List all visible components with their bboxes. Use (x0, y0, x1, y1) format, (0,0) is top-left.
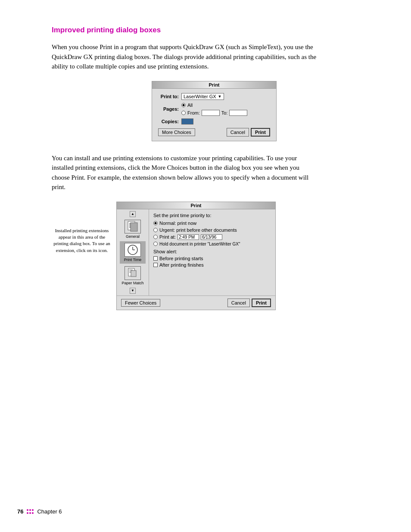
pages-radio-group: All From: To: (181, 103, 247, 116)
after-printing-checkbox[interactable] (153, 263, 158, 267)
print-dialog-1-container: Print Print to: LaserWriter GX ▼ Pages: (52, 81, 377, 141)
body-text-1: When you choose Print in a program that … (52, 42, 319, 72)
print-at-label: Print at: (159, 234, 176, 240)
dropdown-arrow-icon: ▼ (218, 94, 222, 99)
urgent-radio[interactable] (153, 228, 158, 232)
footer-dots (27, 509, 34, 514)
time-input[interactable]: 2:49 PM (177, 234, 199, 240)
sidebar-panel: ▲ Gener (117, 209, 149, 296)
print-button-2[interactable]: Print (252, 299, 271, 307)
hold-radio[interactable] (153, 242, 158, 246)
printer-dropdown[interactable]: LaserWriter GX ▼ (181, 93, 224, 100)
to-input[interactable] (229, 110, 247, 116)
from-radio[interactable] (181, 111, 186, 115)
hold-label: Hold document in printer "LaserWriter GX… (159, 242, 240, 246)
svg-rect-5 (131, 223, 137, 231)
dialog1-titlebar: Print (152, 81, 276, 89)
print-time-icon (125, 243, 141, 257)
dialog2-area: Installed printing extensions appear in … (52, 202, 377, 310)
after-printing-row: After printing finishes (153, 262, 271, 268)
scroll-down-arrow[interactable]: ▼ (130, 288, 136, 294)
annotation-text: Installed printing extensions appear in … (52, 202, 112, 254)
cancel-button-2[interactable]: Cancel (227, 299, 250, 307)
footer-chapter: Chapter 6 (37, 508, 62, 515)
copies-label: Copies: (158, 119, 179, 124)
panel-title: Set the print time priority to: (153, 213, 271, 218)
print-at-option: Print at: 2:49 PM 6/13/96 (153, 234, 271, 240)
paper-match-icon (125, 266, 141, 280)
dialog1-body: Print to: LaserWriter GX ▼ Pages: All (152, 89, 276, 141)
before-printing-checkbox[interactable] (153, 256, 158, 261)
print-dialog-2: Print ▲ (116, 202, 276, 310)
svg-rect-13 (131, 271, 136, 277)
from-to-radio-row: From: To: (181, 110, 247, 116)
sidebar-item-print-time[interactable]: Print Time (120, 241, 146, 264)
general-label: General (126, 234, 140, 239)
to-label: To: (221, 110, 228, 115)
before-printing-row: Before printing starts (153, 256, 271, 261)
main-panel: Set the print time priority to: Normal: … (149, 209, 275, 296)
sidebar-item-general[interactable]: General (120, 218, 146, 240)
after-printing-label: After printing finishes (159, 262, 204, 268)
dialog2-titlebar: Print (117, 202, 275, 209)
print-at-radio[interactable] (153, 235, 158, 239)
from-label: From: (187, 110, 200, 115)
print-dialog-1: Print Print to: LaserWriter GX ▼ Pages: (152, 81, 277, 141)
dialog1-right-buttons: Cancel Print (227, 128, 270, 137)
page: Improved printing dialog boxes When you … (0, 0, 411, 532)
normal-radio[interactable] (153, 221, 158, 225)
all-radio-row: All (181, 103, 247, 108)
copies-row: Copies: (158, 118, 270, 124)
from-input[interactable] (202, 110, 220, 116)
urgent-option: Urgent: print before other documents (153, 227, 271, 233)
show-alert-label: Show alert: (153, 249, 271, 254)
normal-label: Normal: print now (159, 221, 196, 226)
copies-input[interactable] (181, 118, 193, 124)
all-label: All (187, 103, 193, 108)
body-text-2: You can install and use printing extensi… (52, 153, 319, 192)
print-time-label: Print Time (124, 258, 142, 262)
cancel-button-1[interactable]: Cancel (227, 128, 249, 137)
print-to-label: Print to: (158, 94, 179, 99)
print-button-1[interactable]: Print (251, 128, 270, 137)
dialog2-buttons: Fewer Choices Cancel Print (117, 296, 275, 310)
scroll-up-arrow[interactable]: ▲ (130, 211, 136, 217)
more-choices-button[interactable]: More Choices (158, 128, 195, 136)
date-input[interactable]: 6/13/96 (201, 234, 222, 240)
pages-row: Pages: All From: To: (158, 103, 270, 116)
dialog2-right-buttons: Cancel Print (227, 299, 271, 307)
normal-option: Normal: print now (153, 221, 271, 226)
urgent-label: Urgent: print before other documents (159, 227, 237, 233)
paper-match-label: Paper Match (121, 281, 143, 285)
section-title: Improved printing dialog boxes (52, 26, 377, 34)
dialog1-buttons: More Choices Cancel Print (158, 128, 270, 137)
dialog2-content: ▲ Gener (117, 209, 275, 296)
page-footer: 76 Chapter 6 (17, 508, 62, 515)
general-icon (125, 220, 141, 233)
before-printing-label: Before printing starts (159, 256, 203, 261)
all-radio[interactable] (181, 103, 186, 107)
hold-option: Hold document in printer "LaserWriter GX… (153, 242, 271, 246)
fewer-choices-button[interactable]: Fewer Choices (121, 299, 160, 307)
pages-label: Pages: (158, 106, 179, 112)
page-number: 76 (17, 508, 23, 515)
sidebar-item-paper-match[interactable]: Paper Match (120, 264, 146, 287)
svg-rect-10 (129, 270, 133, 270)
print-to-row: Print to: LaserWriter GX ▼ (158, 93, 270, 100)
printer-name: LaserWriter GX (184, 94, 216, 99)
